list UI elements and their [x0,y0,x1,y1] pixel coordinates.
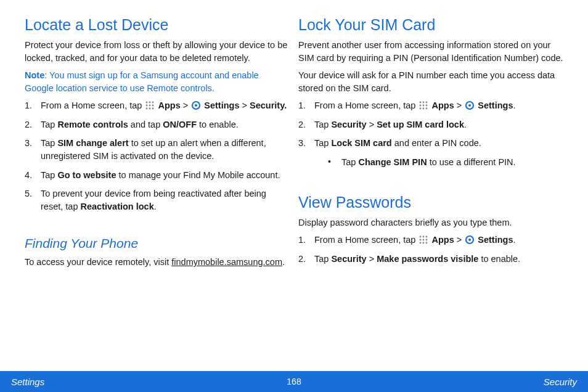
intro-locate: Protect your device from loss or theft b… [25,39,290,64]
text: From a Home screen, tap [314,100,418,110]
section-lock-sim: Lock Your SIM Card Prevent another user … [298,15,563,175]
steps-locate: From a Home screen, tap Apps > Settings … [25,99,290,213]
svg-point-16 [426,105,428,107]
t3: > [367,120,377,129]
page-number: 168 [287,377,301,386]
t5: . [464,120,467,129]
section-finding-phone: Finding Your Phone To access your device… [25,225,290,274]
sep: > [454,100,465,110]
svg-point-2 [152,102,154,104]
svg-point-18 [423,108,425,110]
t5: to enable. [197,120,239,129]
svg-point-8 [152,108,154,110]
sep: > [454,235,465,245]
svg-point-5 [152,105,154,107]
svg-point-30 [426,242,428,244]
svg-point-25 [420,239,422,241]
svg-point-0 [146,102,148,104]
section-view-passwords: View Passwords Display password characte… [298,192,563,272]
page: Locate a Lost Device Protect your device… [0,0,588,392]
bullets-change-pin: Tap Change SIM PIN to use a different PI… [314,156,563,169]
step-2: Tap Security > Make passwords visible to… [298,253,563,266]
t2: SIM change alert [57,138,128,148]
t1: Tap [314,254,331,264]
step-1: From a Home screen, tap Apps > Settings. [298,234,563,247]
apps-icon [145,100,155,110]
t3: . [154,202,157,211]
svg-point-4 [149,105,151,107]
security-label: Security. [250,100,287,110]
steps-lock-sim: From a Home screen, tap Apps > Settings.… [298,99,563,168]
link-findmymobile[interactable]: findmymobile.samsung.com [171,257,282,267]
t1: Tap [41,170,57,180]
step-3: Tap SIM change alert to set up an alert … [25,137,290,162]
content-area: Locate a Lost Device Protect your device… [0,0,588,371]
t2: Security [331,120,366,129]
apps-label: Apps [431,100,454,110]
svg-point-26 [423,239,425,241]
t2: Security [331,254,366,264]
step-2: Tap Remote controls and tap ON/OFF to en… [25,118,290,131]
t4: Set up SIM card lock [377,120,464,129]
settings-icon [465,100,475,110]
step-3: Tap Lock SIM card and enter a PIN code. … [298,137,563,168]
svg-point-29 [423,242,425,244]
svg-point-10 [195,104,197,107]
svg-point-15 [423,105,425,107]
settings-icon [191,100,201,110]
t4: Make passwords visible [377,254,478,264]
footer-right: Security [544,377,577,387]
svg-point-22 [420,236,422,238]
sep: > [181,100,191,110]
t2: Lock SIM card [331,138,391,148]
t3: and enter a PIN code. [392,138,481,148]
intro-lock-2: Your device will ask for a PIN number ea… [298,69,563,94]
svg-point-6 [146,108,148,110]
t2: Reactivation lock [80,202,153,211]
note-locate: Note: You must sign up for a Samsung acc… [25,69,290,94]
heading-view-pw: View Passwords [298,194,563,211]
section-locate-lost-device: Locate a Lost Device Protect your device… [25,15,290,219]
t1: Tap [41,138,57,148]
apps-icon [419,235,428,245]
text: From a Home screen, tap [41,100,144,110]
svg-point-23 [423,236,425,238]
svg-point-3 [146,105,148,107]
footer-bar: Settings 168 Security [0,371,588,392]
svg-point-12 [423,102,425,104]
t1: Tap [341,157,358,167]
bullet-1: Tap Change SIM PIN to use a different PI… [328,156,563,169]
step-4: Tap Go to website to manage your Find My… [25,169,290,182]
t1: To access your device remotely, visit [25,257,171,267]
intro-view-pw: Display password characters briefly as y… [298,216,563,229]
finding-body: To access your device remotely, visit fi… [25,256,290,269]
svg-point-32 [468,239,471,241]
t1: Tap [314,138,331,148]
heading-finding: Finding Your Phone [25,236,290,251]
step-1: From a Home screen, tap Apps > Settings … [25,99,290,112]
svg-point-1 [149,102,151,104]
settings-label: Settings [478,235,513,245]
svg-point-17 [420,108,422,110]
apps-icon [419,100,428,110]
dot: . [513,235,515,245]
t5: to enable. [478,254,520,264]
t3: > [367,254,377,264]
left-column: Locate a Lost Device Protect your device… [25,15,290,365]
sep2: > [239,100,250,110]
t3: to manage your Find My Mobile account. [116,170,280,180]
step-1: From a Home screen, tap Apps > Settings. [298,99,563,112]
note-label: Note [25,70,44,80]
svg-point-19 [426,108,428,110]
t2: Remote controls [57,120,128,129]
settings-label: Settings [204,100,239,110]
text: From a Home screen, tap [314,235,418,245]
t3: and tap [128,120,163,129]
settings-label: Settings [478,100,513,110]
steps-view-pw: From a Home screen, tap Apps > Settings.… [298,234,563,265]
apps-label: Apps [158,100,180,110]
t2: Change SIM PIN [358,157,427,167]
apps-label: Apps [431,235,454,245]
settings-icon [465,235,475,245]
t2: Go to website [57,170,116,180]
